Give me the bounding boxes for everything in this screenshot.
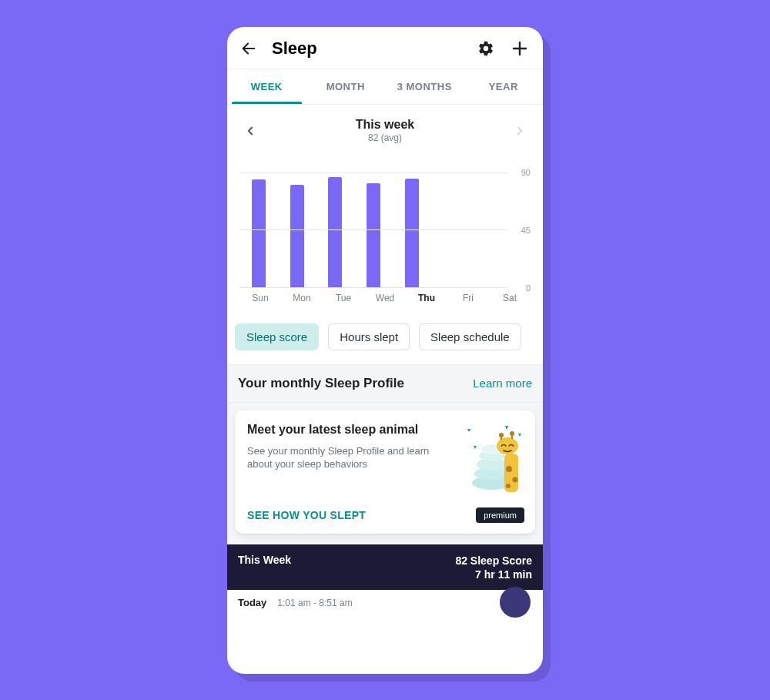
learn-more-link[interactable]: Learn more	[473, 377, 532, 390]
bar	[405, 179, 419, 287]
svg-marker-5	[518, 434, 521, 437]
metric-chips: Sleep score Hours slept Sleep schedule	[227, 303, 543, 364]
tab-month[interactable]: MONTH	[306, 69, 386, 104]
premium-badge: premium	[476, 507, 524, 523]
svg-rect-20	[511, 434, 513, 439]
chip-label: Sleep schedule	[430, 330, 510, 343]
giraffe-icon	[463, 423, 524, 492]
svg-marker-6	[474, 446, 477, 449]
tab-label: YEAR	[489, 81, 518, 92]
see-how-you-slept-button[interactable]: SEE HOW YOU SLEPT	[247, 509, 366, 521]
summary-duration: 7 hr 11 min	[455, 568, 532, 582]
x-tick-label: Tue	[323, 293, 364, 303]
y-tick-label: 45	[521, 226, 531, 235]
fab-button[interactable]	[500, 587, 531, 618]
svg-rect-19	[500, 435, 502, 440]
x-tick-label: Mon	[281, 293, 323, 303]
today-row[interactable]: Today 1:01 am - 8:51 am	[227, 590, 543, 608]
tab-label: MONTH	[326, 81, 365, 92]
chart-container: 04590 SunMonTueWedThuFriSat	[227, 149, 543, 303]
tab-week[interactable]: WEEK	[227, 69, 306, 104]
sleep-profile-heading: Your monthly Sleep Profile	[238, 376, 404, 391]
chart-gridline	[239, 172, 507, 173]
giraffe-illustration	[463, 423, 524, 492]
x-tick-label: Sun	[239, 293, 281, 303]
app-bar: Sleep	[227, 27, 543, 69]
card-description: See your monthly Sleep Profile and learn…	[247, 444, 447, 471]
chip-sleep-schedule[interactable]: Sleep schedule	[419, 323, 521, 350]
tab-label: WEEK	[251, 81, 283, 92]
chip-sleep-score[interactable]: Sleep score	[235, 323, 319, 350]
sleep-profile-section: Meet your latest sleep animal See your m…	[227, 403, 543, 544]
svg-point-13	[506, 466, 512, 472]
svg-point-15	[506, 484, 511, 488]
arrow-left-icon	[240, 40, 257, 57]
chevron-left-icon	[243, 124, 257, 138]
range-tabs: WEEK MONTH 3 MONTHS YEAR	[227, 69, 543, 105]
y-tick-label: 90	[521, 168, 531, 177]
page-title: Sleep	[272, 39, 463, 59]
app-screen: Sleep WEEK MONTH 3 MONTHS YEAR This week…	[227, 27, 543, 674]
today-range: 1:01 am - 8:51 am	[277, 598, 352, 608]
prev-period-button[interactable]	[235, 116, 266, 146]
settings-button[interactable]	[475, 38, 497, 59]
tab-year[interactable]: YEAR	[464, 69, 544, 104]
next-period-button[interactable]	[504, 116, 535, 146]
svg-marker-3	[467, 429, 470, 432]
x-tick-label: Wed	[364, 293, 406, 303]
plus-icon	[511, 39, 529, 58]
period-nav: This week 82 (avg)	[227, 105, 543, 149]
bar	[290, 185, 304, 286]
sleep-score-chart: 04590	[239, 172, 531, 288]
summary-score: 82 Sleep Score	[455, 554, 532, 568]
period-title: This week	[266, 118, 504, 132]
tab-3months[interactable]: 3 MONTHS	[385, 69, 464, 104]
chip-hours-slept[interactable]: Hours slept	[328, 323, 410, 350]
today-label: Today	[238, 597, 266, 608]
bar	[252, 179, 266, 286]
summary-label: This Week	[238, 554, 291, 583]
tab-label: 3 MONTHS	[397, 81, 452, 92]
y-tick-label: 0	[526, 283, 531, 293]
sleep-animal-card[interactable]: Meet your latest sleep animal See your m…	[235, 410, 535, 534]
chevron-right-icon	[513, 124, 527, 138]
week-summary-bar[interactable]: This Week 82 Sleep Score 7 hr 11 min	[227, 544, 543, 591]
gear-icon	[477, 40, 494, 57]
bar	[367, 183, 380, 286]
x-tick-label: Fri	[447, 293, 489, 303]
chart-gridline	[239, 229, 507, 230]
x-tick-label: Sat	[489, 293, 531, 303]
sleep-profile-header: Your monthly Sleep Profile Learn more	[227, 364, 543, 403]
add-button[interactable]	[509, 38, 531, 59]
bar	[328, 177, 342, 286]
svg-marker-4	[505, 426, 508, 430]
back-button[interactable]	[238, 38, 259, 59]
card-title: Meet your latest sleep animal	[247, 423, 455, 437]
svg-point-14	[513, 477, 518, 482]
chip-label: Sleep score	[246, 330, 307, 343]
x-tick-label: Thu	[406, 293, 447, 303]
chip-label: Hours slept	[340, 330, 398, 343]
period-subtitle: 82 (avg)	[266, 132, 504, 143]
